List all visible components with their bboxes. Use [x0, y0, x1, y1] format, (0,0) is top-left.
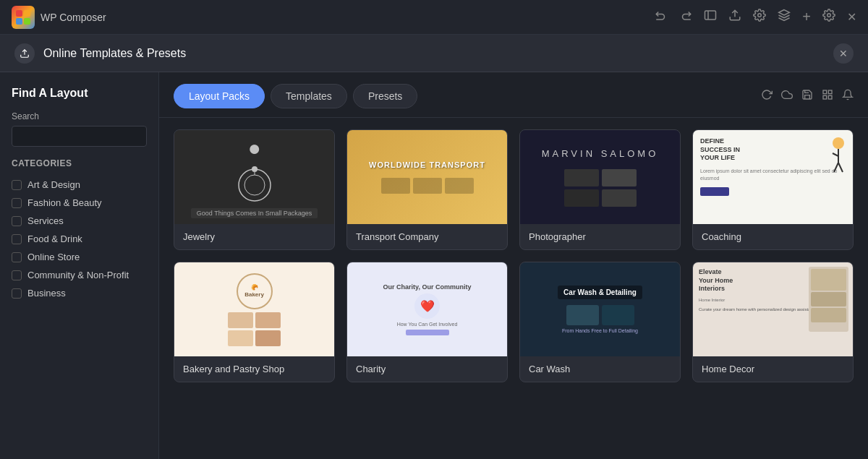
sidebar-item-business[interactable]: Business: [12, 284, 147, 302]
checkbox-fashion-beauty[interactable]: [12, 198, 22, 208]
card-label-jewelry: Jewelry: [174, 224, 334, 249]
svg-rect-1: [24, 10, 30, 17]
card-label-transport: Transport Company: [347, 224, 507, 249]
card-label-coaching: Coaching: [693, 224, 853, 249]
svg-line-21: [834, 163, 838, 172]
checkbox-online-store[interactable]: [12, 252, 22, 262]
card-thumb-jewelry: Good Things Comes In Small Packages: [174, 130, 334, 224]
svg-point-16: [252, 166, 258, 172]
checkbox-art-design[interactable]: [12, 180, 22, 190]
modal-header: Online Templates & Presets ✕: [0, 35, 868, 72]
settings-icon[interactable]: [753, 9, 766, 25]
card-thumb-coaching: DEFINESUCCESS INYOUR LIFE Lorem ipsum do…: [693, 130, 853, 224]
category-label-business: Business: [27, 288, 66, 299]
svg-rect-11: [828, 90, 832, 94]
card-transport[interactable]: WORLDWIDE TRANSPORT Transport Company: [346, 129, 508, 250]
svg-rect-13: [828, 95, 832, 99]
layers-icon[interactable]: [778, 9, 791, 25]
tab-templates[interactable]: Templates: [271, 84, 347, 108]
checkbox-business[interactable]: [12, 288, 22, 299]
card-thumb-bakery: 🥐Bakery: [174, 262, 334, 356]
sidebar-title: Find A Layout: [12, 87, 147, 100]
category-label-community-nonprofit: Community & Non-Profit: [27, 270, 129, 280]
category-label-online-store: Online Store: [27, 252, 80, 262]
redo-icon[interactable]: [679, 9, 692, 25]
config-icon[interactable]: [822, 9, 835, 25]
svg-marker-7: [779, 10, 790, 16]
card-homedecor[interactable]: ElevateYour HomeInteriors Home Interior …: [692, 262, 854, 382]
card-label-photographer: Photographer: [520, 224, 680, 249]
search-input[interactable]: [12, 126, 147, 147]
categories-title: Categories: [12, 158, 147, 168]
category-label-fashion-beauty: Fashion & Beauty: [27, 197, 102, 208]
add-icon[interactable]: +: [802, 9, 811, 25]
preview-icon[interactable]: [704, 9, 717, 25]
tab-bar: Layout Packs Templates Presets: [159, 72, 868, 118]
svg-line-22: [838, 163, 843, 172]
save-icon[interactable]: [801, 89, 813, 103]
svg-point-18: [833, 137, 844, 149]
card-thumb-photographer: MARVIN SALOMO: [520, 130, 680, 224]
card-thumb-carwash: Car Wash & Detailing From Hands Free to …: [520, 262, 680, 356]
checkbox-food-drink[interactable]: [12, 234, 22, 244]
category-label-food-drink: Food & Drink: [27, 233, 82, 244]
svg-rect-3: [24, 18, 30, 25]
bell-icon[interactable]: [842, 89, 854, 103]
modal-header-icon: [14, 43, 35, 64]
card-carwash[interactable]: Car Wash & Detailing From Hands Free to …: [519, 262, 681, 382]
svg-point-6: [758, 14, 762, 17]
card-label-carwash: Car Wash: [520, 356, 680, 382]
main-layout: Find A Layout Search Categories Art & De…: [0, 72, 868, 459]
card-label-bakery: Bakery and Pastry Shop: [174, 356, 334, 382]
tab-layout-packs[interactable]: Layout Packs: [174, 84, 265, 108]
category-label-art-design: Art & Design: [27, 179, 80, 190]
modal-close-button[interactable]: ✕: [833, 43, 854, 64]
card-bakery[interactable]: 🥐Bakery Bakery and Pastry Shop: [174, 262, 335, 382]
cards-grid: Good Things Comes In Small Packages Jewe…: [174, 129, 854, 382]
content-area: Layout Packs Templates Presets: [159, 72, 868, 459]
grid-icon[interactable]: [822, 89, 833, 103]
cards-grid-container: Good Things Comes In Small Packages Jewe…: [159, 118, 868, 459]
sidebar-item-art-design[interactable]: Art & Design: [12, 176, 147, 194]
svg-rect-4: [705, 11, 716, 20]
sidebar-item-services[interactable]: Services: [12, 212, 147, 230]
card-coaching[interactable]: DEFINESUCCESS INYOUR LIFE Lorem ipsum do…: [692, 129, 854, 250]
sidebar-item-online-store[interactable]: Online Store: [12, 248, 147, 266]
checkbox-community-nonprofit[interactable]: [12, 270, 22, 280]
app-close-icon[interactable]: ✕: [847, 10, 856, 24]
card-charity[interactable]: Our Charity, Our Community ❤️ How You Ca…: [346, 262, 508, 382]
app-logo: [12, 6, 35, 29]
card-thumb-charity: Our Charity, Our Community ❤️ How You Ca…: [347, 262, 507, 356]
svg-point-8: [827, 14, 831, 17]
sidebar-item-community-nonprofit[interactable]: Community & Non-Profit: [12, 266, 147, 284]
card-label-homedecor: Home Decor: [693, 356, 853, 382]
svg-point-15: [244, 175, 265, 195]
toolbar-action-group: + ✕: [655, 9, 856, 25]
tab-presets[interactable]: Presets: [353, 84, 417, 108]
sidebar-item-food-drink[interactable]: Food & Drink: [12, 230, 147, 248]
svg-line-20: [833, 153, 838, 156]
checkbox-services[interactable]: [12, 216, 22, 226]
card-jewelry[interactable]: Good Things Comes In Small Packages Jewe…: [174, 129, 335, 250]
svg-rect-2: [16, 18, 22, 25]
card-photographer[interactable]: MARVIN SALOMO Photographer: [519, 129, 681, 250]
undo-icon[interactable]: [655, 9, 668, 25]
sidebar-item-fashion-beauty[interactable]: Fashion & Beauty: [12, 194, 147, 212]
card-thumb-homedecor: ElevateYour HomeInteriors Home Interior …: [693, 262, 853, 356]
category-label-services: Services: [27, 215, 64, 226]
app-title: WP Composer: [41, 12, 649, 23]
modal-title: Online Templates & Presets: [43, 47, 825, 60]
card-thumb-transport: WORLDWIDE TRANSPORT: [347, 130, 507, 224]
refresh-icon[interactable]: [761, 89, 773, 103]
app-toolbar: WP Composer: [0, 0, 868, 35]
svg-rect-12: [823, 95, 827, 99]
modal-close-icon: ✕: [839, 48, 848, 59]
card-label-charity: Charity: [347, 356, 507, 382]
search-label: Search: [12, 111, 147, 121]
svg-rect-0: [16, 10, 22, 17]
cloud-icon[interactable]: [781, 89, 793, 103]
sidebar: Find A Layout Search Categories Art & De…: [0, 72, 159, 459]
upload-icon[interactable]: [728, 9, 741, 25]
svg-rect-10: [823, 90, 827, 94]
tab-action-group: [761, 89, 854, 112]
